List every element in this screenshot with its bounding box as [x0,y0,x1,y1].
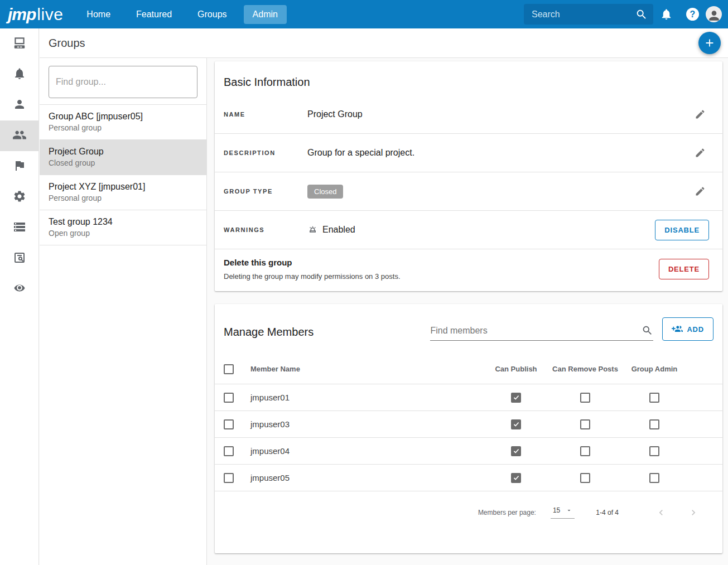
user-avatar[interactable] [706,6,722,22]
top-navigation-bar: jmp live Home Featured Groups Admin ? [0,0,728,28]
user-icon [13,98,26,113]
row-select-checkbox[interactable] [224,446,234,456]
disable-warnings-button[interactable]: DISABLE [655,220,709,240]
nav-tab-featured[interactable]: Featured [127,5,181,24]
group-list-item[interactable]: Group ABC [jmpuser05] Personal group [40,105,206,140]
rail-item-visibility[interactable] [0,274,38,305]
can-remove-posts-checkbox[interactable] [580,393,590,403]
column-can-publish: Can Publish [481,364,551,374]
add-member-button[interactable]: ADD [662,317,713,341]
group-type-badge: Closed [307,185,343,199]
find-group-input[interactable] [56,77,190,87]
member-name: jmpuser04 [250,446,481,456]
select-all-checkbox[interactable] [224,364,234,374]
notifications-bell-icon[interactable] [653,8,679,21]
group-list-item[interactable]: Project XYZ [jmpuser01] Personal group [40,175,206,210]
member-row: jmpuser05 [215,465,722,491]
search-icon[interactable] [635,8,648,21]
rail-item-flags[interactable] [0,151,38,182]
member-row: jmpuser01 [215,384,722,411]
group-type: Closed group [49,158,197,167]
row-select-checkbox[interactable] [224,393,234,403]
chevron-right-icon [688,507,699,518]
add-group-button[interactable] [698,32,721,54]
name-value: Project Group [307,109,691,119]
rail-item-logs[interactable] [0,243,38,274]
group-list-item[interactable]: Project Group Closed group [40,140,206,175]
can-publish-checkbox[interactable] [511,393,521,403]
flag-icon [13,159,26,175]
warnings-status: Enabled [322,225,355,235]
admin-side-rail [0,28,39,565]
name-row: NAME Project Group [215,95,722,134]
can-remove-posts-checkbox[interactable] [580,419,590,429]
member-row: jmpuser04 [215,438,722,465]
notifications-icon [13,67,26,83]
person-add-icon [672,323,683,335]
rail-item-system[interactable] [0,28,38,59]
global-search-input[interactable] [532,9,635,20]
per-page-select[interactable]: 15 [551,506,575,519]
find-members-input[interactable] [430,326,642,336]
nav-tab-groups[interactable]: Groups [189,5,235,24]
previous-page-button[interactable] [652,504,670,521]
add-member-label: ADD [687,325,704,334]
next-page-button[interactable] [684,504,702,521]
group-admin-checkbox[interactable] [649,419,659,429]
pencil-icon [695,109,706,120]
member-row: jmpuser03 [215,411,722,438]
find-group-field[interactable] [49,66,197,98]
edit-description-button[interactable] [691,144,709,162]
group-admin-checkbox[interactable] [649,446,659,456]
row-select-checkbox[interactable] [224,473,234,483]
system-icon [12,36,27,52]
can-publish-checkbox[interactable] [511,473,521,483]
rail-item-storage[interactable] [0,213,38,243]
column-member-name: Member Name [250,365,481,373]
group-admin-checkbox[interactable] [649,393,659,403]
rail-item-notifications[interactable] [0,59,38,90]
column-group-admin: Group Admin [620,364,689,374]
nav-tab-admin[interactable]: Admin [244,5,287,24]
member-name: jmpuser01 [250,393,481,402]
help-icon[interactable]: ? [679,8,706,21]
manage-members-card: Manage Members ADD [215,304,722,553]
group-list: Group ABC [jmpuser05] Personal group Pro… [40,104,206,245]
search-icon [642,325,653,336]
main-nav: Home Featured Groups Admin [78,5,287,24]
group-name: Test group 1234 [49,217,197,227]
description-value: Group for a special project. [307,148,691,158]
rail-item-users[interactable] [0,90,38,120]
find-members-field[interactable] [430,325,653,341]
members-table: Member Name Can Publish Can Remove Posts… [215,354,722,491]
group-name: Project XYZ [jmpuser01] [49,182,197,192]
edit-name-button[interactable] [691,105,709,123]
jmp-live-logo[interactable]: jmp live [8,5,63,24]
can-remove-posts-checkbox[interactable] [580,446,590,456]
edit-group-type-button[interactable] [691,182,709,200]
member-name: jmpuser05 [250,473,481,482]
group-admin-checkbox[interactable] [649,473,659,483]
row-select-checkbox[interactable] [224,419,234,429]
delete-group-button[interactable]: DELETE [659,259,709,279]
group-type-label: GROUP TYPE [224,188,307,195]
pencil-icon [695,186,706,197]
group-list-item[interactable]: Test group 1234 Open group [40,210,206,245]
warning-siren-icon [307,225,318,235]
members-table-header: Member Name Can Publish Can Remove Posts… [215,354,722,384]
rail-item-settings[interactable] [0,182,38,213]
pencil-icon [695,147,706,158]
can-publish-checkbox[interactable] [511,446,521,456]
group-type: Personal group [49,123,197,132]
group-name: Group ABC [jmpuser05] [49,112,197,122]
global-search-box[interactable] [524,4,653,25]
nav-tab-home[interactable]: Home [78,5,119,24]
plus-icon [703,37,716,49]
can-remove-posts-checkbox[interactable] [580,473,590,483]
basic-information-card: Basic Information NAME Project Group DES… [215,61,722,291]
delete-group-note: Deleting the group may modify permission… [224,272,659,281]
rail-item-groups[interactable] [0,120,38,151]
group-type: Personal group [49,194,197,202]
can-publish-checkbox[interactable] [511,419,521,429]
page-title: Groups [49,37,85,50]
